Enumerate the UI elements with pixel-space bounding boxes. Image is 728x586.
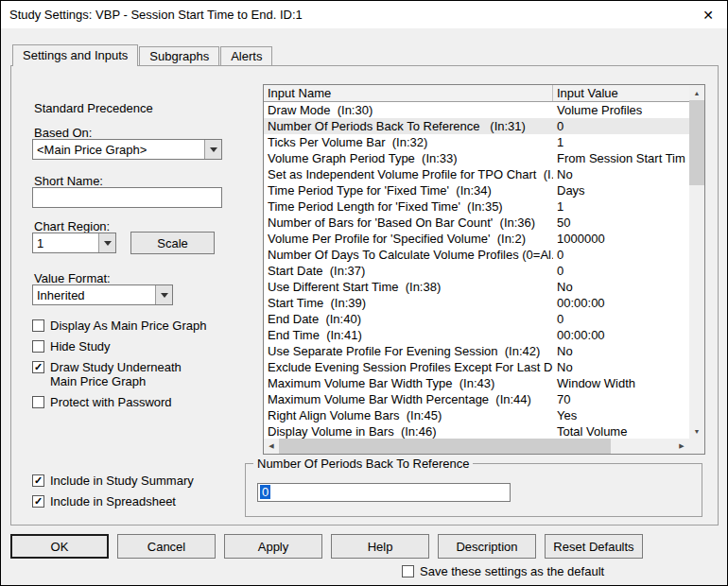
checkbox-icon[interactable]: ✓	[32, 474, 44, 487]
scrollbar-corner	[689, 439, 704, 454]
checkbox-include-in-spreadsheet[interactable]: ✓Include in Spreadsheet	[32, 494, 235, 508]
table-row[interactable]: Exclude Evening Session Profiles Except …	[264, 359, 689, 375]
input-value-cell: 1000000	[553, 231, 689, 247]
horizontal-scroll-track[interactable]	[279, 439, 674, 454]
table-row[interactable]: Start Date (In:37)0	[264, 263, 689, 279]
input-name-cell: Start Time (In:39)	[264, 295, 553, 311]
button-row: OKCancelApplyHelpDescriptionReset Defaul…	[10, 534, 643, 559]
table-row[interactable]: Start Time (In:39)00:00:00	[264, 295, 689, 311]
input-value-cell: 0	[553, 311, 689, 327]
column-header-input-name[interactable]: Input Name	[264, 85, 553, 101]
chevron-down-icon[interactable]	[98, 233, 115, 252]
checkbox-icon[interactable]	[32, 340, 44, 353]
table-row[interactable]: Use Different Start Time (In:38)No	[264, 279, 689, 295]
summary-checkbox-group: ✓Include in Study Summary✓Include in Spr…	[32, 474, 235, 515]
table-row[interactable]: Number Of Days To Calculate Volume Profi…	[264, 247, 689, 263]
input-value-cell: 0	[553, 247, 689, 263]
input-name-cell: Volume Graph Period Type (In:33)	[264, 150, 553, 166]
tab-alerts[interactable]: Alerts	[220, 46, 272, 65]
checkbox-include-in-study-summary[interactable]: ✓Include in Study Summary	[32, 474, 235, 488]
table-row[interactable]: Volume Graph Period Type (In:33)From Ses…	[264, 150, 689, 166]
table-row[interactable]: Set as Independent Volume Profile for TP…	[264, 166, 689, 182]
table-header: Input Name Input Value	[264, 85, 689, 102]
table-row[interactable]: Number Of Periods Back To Reference (In:…	[264, 118, 689, 134]
input-value-cell: No	[553, 279, 689, 295]
vertical-scrollbar[interactable]: ▲ ▼	[689, 85, 704, 439]
input-value-cell: From Session Start Tim	[553, 150, 689, 166]
input-name-cell: Right Align Volume Bars (In:45)	[264, 407, 553, 423]
scroll-up-icon[interactable]: ▲	[689, 85, 704, 100]
horizontal-scroll-thumb[interactable]	[279, 439, 611, 454]
table-row[interactable]: Display Volume in Bars (In:46)Total Volu…	[264, 423, 689, 439]
save-default-checkbox[interactable]: Save these settings as the default	[402, 564, 604, 578]
checkbox-protect-with-password[interactable]: Protect with Password	[32, 395, 235, 409]
scale-button[interactable]: Scale	[130, 232, 215, 254]
main-checkbox-group: Display As Main Price GraphHide Study✓Dr…	[32, 319, 235, 416]
column-header-input-value[interactable]: Input Value	[553, 85, 689, 101]
help-button[interactable]: Help	[331, 534, 429, 559]
checkbox-icon[interactable]: ✓	[32, 495, 44, 508]
scroll-right-icon[interactable]: ▶	[674, 439, 689, 454]
table-row[interactable]: Use Separate Profile For Evening Session…	[264, 343, 689, 359]
input-value-cell: No	[553, 343, 689, 359]
chevron-down-icon[interactable]	[155, 285, 172, 304]
title-bar: Study Settings: VBP - Session Start Time…	[1, 1, 727, 28]
ok-button[interactable]: OK	[10, 534, 109, 559]
short-name-label: Short Name:	[34, 174, 103, 188]
based-on-select[interactable]: <Main Price Graph>	[32, 139, 222, 160]
based-on-value: <Main Price Graph>	[33, 143, 204, 157]
table-row[interactable]: Time Period Type for 'Fixed Time' (In:34…	[264, 182, 689, 198]
vertical-scroll-track[interactable]	[689, 100, 704, 423]
table-row[interactable]: Maximum Volume Bar Width Percentage (In:…	[264, 391, 689, 407]
table-row[interactable]: Ticks Per Volume Bar (In:32)1	[264, 134, 689, 150]
save-default-label: Save these settings as the default	[420, 564, 604, 578]
table-row[interactable]: End Time (In:41)00:00:00	[264, 327, 689, 343]
input-value-cell: 00:00:00	[553, 295, 689, 311]
checkbox-hide-study[interactable]: Hide Study	[32, 339, 235, 353]
standard-precedence-label: Standard Precedence	[34, 101, 153, 115]
table-row[interactable]: Draw Mode (In:30)Volume Profiles	[264, 102, 689, 118]
input-value-cell: Window Width	[553, 375, 689, 391]
table-row[interactable]: End Date (In:40)0	[264, 311, 689, 327]
close-icon[interactable]: ✕	[702, 9, 714, 22]
vertical-scroll-thumb[interactable]	[689, 100, 704, 185]
tab-subgraphs[interactable]: Subgraphs	[139, 46, 219, 65]
input-value-cell: 1	[553, 198, 689, 215]
chart-region-value: 1	[33, 236, 98, 250]
value-format-value: Inherited	[33, 288, 155, 302]
chart-region-label: Chart Region:	[34, 219, 110, 233]
input-value-cell: Yes	[553, 407, 689, 423]
horizontal-scrollbar[interactable]: ◀ ▶	[264, 439, 689, 454]
tab-settings-and-inputs[interactable]: Settings and Inputs	[12, 44, 138, 66]
table-row[interactable]: Time Period Length for 'Fixed Time' (In:…	[264, 198, 689, 215]
checkbox-icon[interactable]	[32, 319, 44, 332]
input-value-cell: No	[553, 166, 689, 182]
input-name-cell: Start Date (In:37)	[264, 263, 553, 279]
short-name-input[interactable]	[32, 187, 222, 208]
table-row[interactable]: Number of Bars for 'Based On Bar Count' …	[264, 215, 689, 231]
table-row[interactable]: Volume Per Profile for 'Specified Volume…	[264, 231, 689, 247]
input-name-cell: End Time (In:41)	[264, 327, 553, 343]
input-value-cell: Days	[553, 182, 689, 198]
input-name-cell: Number Of Periods Back To Reference (In:…	[264, 118, 553, 134]
reset-defaults-button[interactable]: Reset Defaults	[545, 534, 643, 559]
value-format-select[interactable]: Inherited	[32, 284, 173, 305]
scroll-down-icon[interactable]: ▼	[689, 423, 704, 439]
checkbox-draw-study-underneath-main-price-graph[interactable]: ✓Draw Study Underneath Main Price Graph	[32, 360, 235, 388]
input-name-cell: Volume Per Profile for 'Specified Volume…	[264, 231, 553, 247]
checkbox-icon[interactable]	[402, 565, 414, 577]
checkbox-icon[interactable]: ✓	[32, 361, 44, 373]
table-row[interactable]: Maximum Volume Bar Width Type (In:43)Win…	[264, 375, 689, 391]
checkbox-display-as-main-price-graph[interactable]: Display As Main Price Graph	[32, 319, 235, 333]
table-row[interactable]: Right Align Volume Bars (In:45)Yes	[264, 407, 689, 423]
checkbox-icon[interactable]	[32, 396, 44, 408]
chart-region-select[interactable]: 1	[32, 233, 116, 253]
scroll-left-icon[interactable]: ◀	[264, 439, 279, 454]
chevron-down-icon[interactable]	[204, 140, 221, 159]
cancel-button[interactable]: Cancel	[117, 534, 216, 559]
window-title: Study Settings: VBP - Session Start Time…	[9, 8, 303, 22]
description-button[interactable]: Description	[438, 534, 536, 559]
apply-button[interactable]: Apply	[224, 534, 322, 559]
periods-back-input[interactable]: 0	[257, 483, 511, 502]
input-value-cell: 70	[553, 391, 689, 407]
